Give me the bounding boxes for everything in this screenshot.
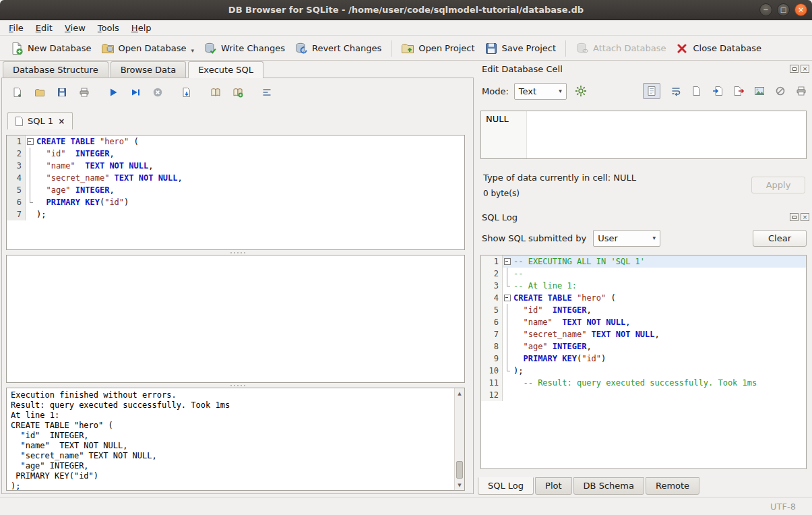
- stop-execution-button[interactable]: [149, 84, 166, 101]
- float-panel-icon[interactable]: [790, 213, 799, 221]
- cell-toolbar: [643, 82, 807, 100]
- float-panel-icon[interactable]: [790, 65, 799, 73]
- close-database-button[interactable]: Close Database: [670, 39, 766, 58]
- scroll-up-icon[interactable]: ▲: [455, 388, 464, 398]
- import-cell-button[interactable]: [712, 82, 723, 100]
- code-line[interactable]: 2--: [481, 268, 806, 280]
- minimize-button[interactable]: −: [759, 3, 772, 16]
- word-wrap-button[interactable]: [670, 82, 681, 100]
- cell-editor[interactable]: NULL: [480, 111, 807, 159]
- save-project-button[interactable]: Save Project: [480, 39, 561, 58]
- code-line[interactable]: 11 -- Result: query executed successfull…: [481, 377, 806, 389]
- find-replace-button[interactable]: [229, 84, 247, 101]
- code-line[interactable]: 1CREATE TABLE "hero" (: [7, 135, 464, 148]
- tab-close-icon[interactable]: ×: [57, 117, 65, 126]
- tab-execute-sql[interactable]: Execute SQL: [188, 61, 263, 78]
- submitter-select[interactable]: User ▾: [593, 230, 660, 247]
- open-sql-file-button[interactable]: [31, 84, 49, 101]
- fold-guide: [503, 377, 512, 389]
- tab-plot[interactable]: Plot: [535, 477, 572, 495]
- close-panel-icon[interactable]: ×: [801, 65, 809, 73]
- tab-sql-log[interactable]: SQL Log: [478, 477, 534, 495]
- code-line[interactable]: 12: [481, 389, 806, 401]
- code-text: );: [35, 208, 464, 220]
- code-line[interactable]: 7 "secret_name" TEXT NOT NULL,: [481, 328, 806, 340]
- set-null-button[interactable]: [775, 82, 786, 100]
- close-panel-icon[interactable]: ×: [801, 213, 809, 221]
- sql-log-view[interactable]: 1-- EXECUTING ALL IN 'SQL 1'2--3-- At li…: [480, 255, 807, 469]
- fold-guide: [26, 160, 35, 172]
- tab-db-schema[interactable]: DB Schema: [573, 477, 644, 495]
- find-icon: [210, 87, 221, 98]
- code-line[interactable]: 6 "name" TEXT NOT NULL,: [481, 316, 806, 328]
- code-line[interactable]: 9 PRIMARY KEY("id"): [481, 353, 806, 365]
- fold-marker-icon[interactable]: [26, 135, 35, 148]
- code-line[interactable]: 10);: [481, 365, 806, 377]
- line-number: 3: [481, 280, 503, 292]
- text-view-button[interactable]: [643, 83, 660, 99]
- results-grid[interactable]: [6, 255, 465, 383]
- code-line[interactable]: 8 "age" INTEGER,: [481, 340, 806, 353]
- find-button[interactable]: [207, 84, 224, 101]
- execute-all-button[interactable]: [104, 84, 122, 101]
- scrollbar[interactable]: ▲ ▼: [454, 388, 464, 490]
- execution-log-pane[interactable]: Execution finished without errors. Resul…: [6, 388, 465, 491]
- apply-button[interactable]: Apply: [751, 177, 805, 193]
- code-line[interactable]: 2 "id" INTEGER,: [7, 148, 464, 160]
- code-line[interactable]: 1-- EXECUTING ALL IN 'SQL 1': [481, 255, 806, 268]
- new-database-button[interactable]: New Database: [5, 39, 96, 58]
- tab-browse-data[interactable]: Browse Data: [111, 61, 187, 78]
- auto-format-button[interactable]: [258, 84, 276, 101]
- open-project-button[interactable]: Open Project: [396, 39, 479, 58]
- open-database-button[interactable]: Open Database ▾: [96, 39, 199, 58]
- new-sql-tab-button[interactable]: [9, 84, 26, 101]
- sql-editor[interactable]: 1CREATE TABLE "hero" (2 "id" INTEGER,3 "…: [6, 135, 465, 250]
- fold-marker-icon[interactable]: [503, 292, 512, 304]
- revert-changes-button[interactable]: Revert Changes: [290, 39, 386, 58]
- menu-view[interactable]: View: [59, 22, 92, 34]
- tab-remote[interactable]: Remote: [646, 477, 699, 495]
- code-line[interactable]: 7);: [7, 208, 464, 220]
- clear-log-button[interactable]: Clear: [753, 230, 807, 247]
- menu-help[interactable]: Help: [125, 22, 158, 34]
- encoding-indicator[interactable]: UTF-8: [770, 502, 796, 512]
- code-line[interactable]: 4CREATE TABLE "hero" (: [481, 292, 806, 304]
- import-icon: [712, 86, 723, 96]
- splitter-handle[interactable]: [2, 250, 473, 255]
- scrollbar-thumb[interactable]: [456, 461, 463, 479]
- code-line[interactable]: 5 "age" INTEGER,: [7, 184, 464, 196]
- tab-database-structure[interactable]: Database Structure: [3, 61, 108, 78]
- code-text: "secret_name" TEXT NOT NULL,: [512, 328, 806, 340]
- code-line[interactable]: 3 "name" TEXT NOT NULL,: [7, 160, 464, 172]
- image-view-button[interactable]: [754, 82, 765, 100]
- maximize-button[interactable]: □: [777, 3, 790, 16]
- scroll-down-icon[interactable]: ▼: [455, 480, 464, 490]
- code-line[interactable]: 3-- At line 1:: [481, 280, 806, 292]
- close-button[interactable]: ×: [794, 3, 807, 16]
- splitter-handle[interactable]: [2, 383, 473, 388]
- code-line[interactable]: 6 PRIMARY KEY("id"): [7, 196, 464, 208]
- code-line[interactable]: 4 "secret_name" TEXT NOT NULL,: [7, 172, 464, 184]
- print-sql-button[interactable]: [75, 84, 93, 101]
- open-in-editor-button[interactable]: [691, 82, 702, 100]
- menu-file[interactable]: File: [3, 22, 30, 34]
- menu-bar: File Edit View Tools Help: [0, 21, 812, 36]
- fold-marker-icon[interactable]: [503, 255, 512, 268]
- export-cell-button[interactable]: [733, 82, 744, 100]
- open-database-dropdown-icon[interactable]: ▾: [191, 47, 194, 55]
- sql-file-tab[interactable]: SQL 1 ×: [7, 112, 73, 129]
- attach-database-button[interactable]: Attach Database: [571, 39, 670, 58]
- mode-select[interactable]: Text ▾: [514, 83, 567, 100]
- cell-settings-button[interactable]: [572, 82, 590, 100]
- code-line[interactable]: 5 "id" INTEGER,: [481, 304, 806, 316]
- print-cell-button[interactable]: [796, 82, 807, 100]
- save-sql-file-button[interactable]: [53, 84, 71, 101]
- execute-line-button[interactable]: [127, 84, 144, 101]
- export-results-button[interactable]: [178, 84, 195, 101]
- title-bar[interactable]: DB Browser for SQLite - /home/user/code/…: [0, 0, 812, 20]
- code-text: -- EXECUTING ALL IN 'SQL 1': [512, 255, 806, 268]
- write-changes-button[interactable]: Write Changes: [199, 39, 290, 58]
- line-number: 1: [7, 135, 26, 148]
- menu-edit[interactable]: Edit: [30, 22, 59, 34]
- menu-tools[interactable]: Tools: [92, 22, 125, 34]
